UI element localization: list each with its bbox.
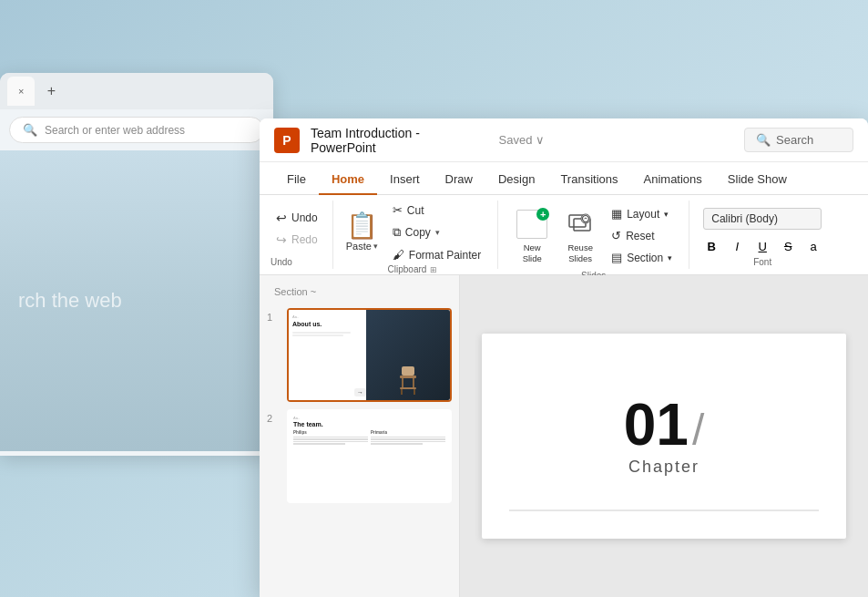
reset-button[interactable]: ↺ Reset [606, 226, 678, 245]
cut-label: Cut [407, 204, 424, 217]
reuse-slides-button[interactable]: ReuseSlides [558, 204, 602, 267]
browser-content: rch the web [0, 150, 273, 451]
copy-button[interactable]: ⧉ Copy ▾ [387, 222, 486, 242]
bold-button[interactable]: B [700, 235, 722, 257]
copy-dropdown-icon: ▾ [435, 228, 440, 237]
browser-tab-bar: × + [0, 73, 273, 109]
slide-2-col1-title: Philips [293, 430, 368, 435]
browser-window: × + 🔍 Search or enter web address rch th… [0, 73, 273, 456]
search-box[interactable]: 🔍 Search [744, 128, 853, 152]
layout-icon: ▦ [611, 207, 622, 221]
saved-status[interactable]: Saved ∨ [499, 133, 546, 147]
svg-rect-8 [400, 387, 416, 389]
copy-label: Copy [405, 226, 431, 239]
section-button[interactable]: ▤ Section ▾ [606, 248, 678, 267]
redo-button[interactable]: ↪ Redo [271, 230, 323, 250]
slides-group: + NewSlide ReuseSli [498, 201, 689, 269]
address-bar-text: Search or enter web address [45, 124, 185, 137]
new-slide-button[interactable]: + NewSlide [509, 204, 555, 267]
format-painter-button[interactable]: 🖌 Format Painter [387, 245, 486, 264]
section-label: Section [627, 252, 663, 264]
slide-2-col1: Philips [293, 430, 368, 445]
clipboard-expand-icon[interactable]: ⊞ [430, 265, 437, 274]
browser-address-bar[interactable]: 🔍 Search or enter web address [9, 117, 264, 143]
cut-button[interactable]: ✂ Cut [387, 201, 486, 220]
browser-tab[interactable]: × [7, 77, 35, 106]
slide-preview-2[interactable]: Aa.. The team. Philips [287, 409, 452, 503]
tab-insert[interactable]: Insert [377, 165, 433, 195]
tab-slideshow[interactable]: Slide Show [715, 165, 800, 195]
layout-button[interactable]: ▦ Layout ▾ [606, 204, 678, 223]
font-more-button[interactable]: a [802, 235, 824, 257]
slide-thumb-2[interactable]: 2 Aa.. The team. Philips [267, 409, 452, 503]
underline-button[interactable]: U [751, 235, 773, 257]
format-painter-label: Format Painter [409, 249, 481, 262]
slide-preview-inner-2: Aa.. The team. Philips [289, 411, 450, 501]
slide-thumb-1[interactable]: 1 Aa.. About us. [267, 308, 452, 402]
slide-1-arrow: → [354, 388, 366, 396]
powerpoint-logo: P [274, 128, 300, 153]
tab-design[interactable]: Design [485, 165, 547, 195]
slide-preview-1[interactable]: Aa.. About us. [287, 308, 452, 402]
document-title: Team Introduction - PowerPoint [311, 126, 488, 155]
slide-preview-inner-1: Aa.. About us. [289, 310, 450, 400]
main-slide: 01/ Chapter [482, 334, 846, 539]
undo-label: Undo [291, 211, 318, 224]
search-icon: 🔍 [756, 133, 771, 147]
new-tab-button[interactable]: + [38, 78, 64, 104]
slide-options: ▦ Layout ▾ ↺ Reset ▤ Section ▾ [606, 204, 678, 267]
search-icon: 🔍 [23, 123, 37, 137]
tab-transitions[interactable]: Transitions [547, 165, 630, 195]
undo-icon: ↩ [276, 211, 287, 225]
paste-button[interactable]: 📋 Paste ▾ [339, 210, 385, 255]
chapter-slash: / [692, 408, 704, 452]
saved-chevron-icon: ∨ [536, 133, 545, 147]
chapter-number: 01/ [624, 396, 705, 454]
font-group-label: Font [753, 257, 771, 269]
slide-panel: Section ~ 1 Aa.. About us. [260, 275, 460, 597]
ribbon-toolbar: ↩ Undo ↪ Redo Undo 📋 Paste ▾ [260, 195, 868, 275]
reuse-slides-label: ReuseSlides [567, 242, 592, 263]
slide-1-text-area: Aa.. About us. [289, 310, 370, 400]
paste-label: Paste [346, 241, 372, 252]
search-text: Search [776, 133, 813, 147]
strikethrough-button[interactable]: S [777, 235, 799, 257]
reuse-slides-icon [564, 208, 597, 241]
section-label: Section ~ [274, 286, 316, 297]
clipboard-group: 📋 Paste ▾ ✂ Cut ⧉ Copy ▾ [333, 201, 499, 269]
tab-draw[interactable]: Draw [433, 165, 485, 195]
chapter-divider-line [509, 510, 819, 511]
undo-group-label: Undo [271, 257, 323, 269]
chapter-content: 01/ Chapter [624, 396, 705, 477]
slides-group-content: + NewSlide ReuseSli [509, 201, 678, 271]
font-format-row: B I U S a [700, 235, 824, 257]
tab-close-icon[interactable]: × [18, 86, 24, 97]
undo-button[interactable]: ↩ Undo [271, 208, 323, 228]
title-bar: P Team Introduction - PowerPoint Saved ∨… [260, 118, 868, 162]
slide-2-title: The team. [293, 421, 445, 427]
tab-animations[interactable]: Animations [631, 165, 715, 195]
slide-1-image-area [366, 310, 450, 400]
copy-icon: ⧉ [393, 225, 401, 240]
chair-svg [394, 365, 422, 396]
section-header: Section ~ [267, 283, 452, 301]
section-dropdown-icon: ▾ [668, 253, 672, 262]
clipboard-buttons: 📋 Paste ▾ ✂ Cut ⧉ Copy ▾ [339, 201, 487, 264]
slide-2-content: Aa.. The team. Philips [289, 411, 450, 501]
new-slide-label: NewSlide [523, 242, 542, 263]
slide-1-background: Aa.. About us. [289, 310, 450, 400]
italic-button[interactable]: I [726, 235, 748, 257]
font-name-box[interactable]: Calibri (Body) [703, 208, 822, 230]
cut-icon: ✂ [393, 203, 403, 217]
svg-rect-4 [402, 366, 414, 376]
layout-label: Layout [627, 208, 659, 221]
tab-home[interactable]: Home [319, 165, 377, 195]
undo-buttons: ↩ Undo ↪ Redo [271, 201, 323, 257]
slide-1-detail [292, 332, 366, 336]
saved-label: Saved [499, 133, 533, 147]
tab-file[interactable]: File [274, 165, 319, 195]
main-slide-area: 01/ Chapter [460, 275, 868, 597]
redo-label: Redo [291, 233, 318, 246]
layout-dropdown-icon: ▾ [664, 210, 669, 219]
reset-icon: ↺ [611, 229, 621, 242]
